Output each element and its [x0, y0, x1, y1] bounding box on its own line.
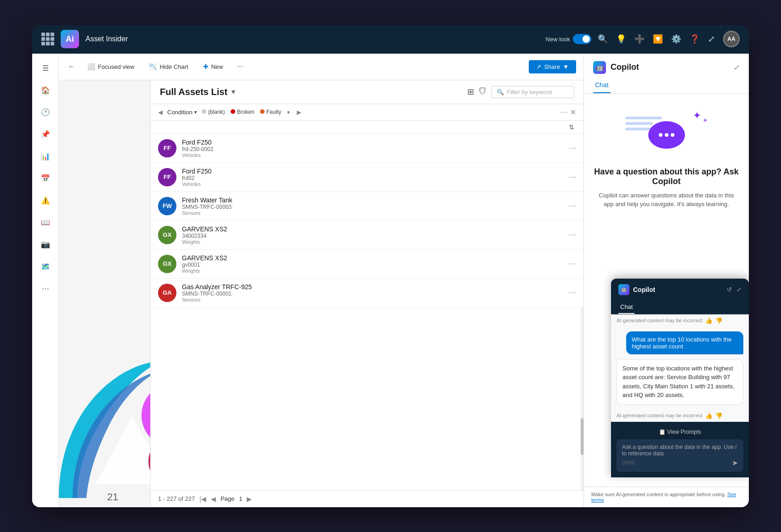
floating-copilot-window: 🤖 Copilot ↺ ⤢ Chat AI-generated content … — [611, 279, 749, 477]
hide-chart-icon: 📉 — [149, 63, 157, 70]
asset-category: Sensors — [182, 210, 563, 216]
asset-id: SMNS-TRFC-00003 — [182, 204, 563, 210]
settings-icon[interactable]: ⚙️ — [671, 34, 681, 44]
sidebar-history-icon[interactable]: 🕐 — [36, 103, 55, 122]
copilot-illustration: ✦ ✦ Have a question about this app? Ask … — [584, 94, 749, 218]
thumbs-down-icon[interactable]: 👎 — [715, 317, 723, 324]
asset-avatar: GA — [158, 284, 176, 302]
filter-icon[interactable]: 🔽 — [653, 34, 663, 44]
asset-list-item[interactable]: GX GARVENS XS2 gv0001 Weights ⋯ — [151, 250, 583, 279]
help-icon[interactable]: ❓ — [690, 34, 700, 44]
asset-more-button[interactable]: ⋯ — [569, 202, 576, 210]
float-input-box: Ask a question about the data in the app… — [617, 439, 743, 472]
sidebar-pin-icon[interactable]: 📌 — [36, 125, 55, 144]
user-message: What are the top 10 locations with the h… — [626, 331, 743, 354]
asset-list-item[interactable]: GA Gas Analyzer TRFC-925 SMNS-TRFC-00001… — [151, 279, 583, 308]
title-dropdown-icon[interactable]: ▼ — [230, 88, 237, 95]
broken-dot[interactable]: Broken — [231, 109, 255, 115]
blank-dot[interactable]: (blank) — [202, 109, 225, 115]
app-logo: Ai — [61, 30, 79, 48]
thumbs-up-2-icon[interactable]: 👍 — [705, 412, 713, 419]
float-char-counter: 0/500 — [622, 460, 635, 465]
copilot-disclaimer: Make sure AI-generated content is approp… — [584, 487, 749, 507]
asset-more-button[interactable]: ⋯ — [569, 259, 576, 268]
sidebar-menu-icon[interactable]: ☰ — [36, 59, 55, 78]
list-filter-icon[interactable]: ⛉ — [479, 87, 487, 97]
asset-info: Gas Analyzer TRFC-925 SMNS-TRFC-00001 Se… — [182, 283, 563, 302]
new-button[interactable]: ✚ New — [198, 60, 228, 73]
more-conditions[interactable]: ● — [287, 109, 290, 115]
sidebar-home-icon[interactable]: 🏠 — [36, 81, 55, 100]
decorative-logo: 21 — [59, 324, 151, 507]
toggle-switch[interactable] — [573, 34, 591, 44]
next-page[interactable]: ▶ — [247, 495, 252, 503]
asset-list-item[interactable]: GX GARVENS XS2 34002334 Weights ⋯ — [151, 221, 583, 250]
float-title: Copilot — [633, 286, 723, 293]
float-tab-chat[interactable]: Chat — [618, 301, 634, 314]
thumbs-down-2-icon[interactable]: 👎 — [715, 412, 723, 419]
float-logo: 🤖 — [618, 284, 629, 295]
condition-dropdown[interactable]: ▾ — [194, 109, 197, 115]
hide-chart-button[interactable]: 📉 Hide Chart — [144, 60, 192, 73]
new-look-toggle[interactable]: New look — [546, 34, 591, 44]
asset-list-item[interactable]: FW Fresh Water Tank SMNS-TRFC-00003 Sens… — [151, 192, 583, 221]
sidebar-calendar-icon[interactable]: 📅 — [36, 169, 55, 188]
asset-avatar: GX — [158, 255, 176, 273]
asset-name: Fresh Water Tank — [182, 196, 563, 204]
float-input-placeholder[interactable]: Ask a question about the data in the app… — [622, 444, 738, 457]
nav-icons: 🔍 💡 ➕ 🔽 ⚙️ ❓ ⤢ AA — [598, 31, 740, 47]
sidebar-map-icon[interactable]: 🗺️ — [36, 258, 55, 276]
columns-icon[interactable]: ⊞ — [467, 87, 474, 97]
copilot-headline: Have a question about this app? Ask Copi… — [593, 167, 740, 186]
asset-name: Gas Analyzer TRFC-925 — [182, 283, 563, 291]
main-area: ☰ 🏠 🕐 📌 📊 📅 ⚠️ 📖 📷 🗺️ ⋯ ← ⬜ Focused view — [32, 54, 749, 507]
new-icon: ✚ — [203, 63, 209, 70]
share-button[interactable]: ↗ Share ▼ — [529, 60, 576, 73]
asset-name: GARVENS XS2 — [182, 254, 563, 262]
copilot-subtext: Copilot can answer questions about the d… — [593, 191, 740, 209]
focused-view-button[interactable]: ⬜ Focused view — [83, 60, 139, 73]
sort-icon[interactable]: ⇅ — [569, 123, 574, 131]
pagination: 1 - 227 of 227 |◀ ◀ Page 1 ▶ — [151, 490, 583, 507]
search-icon[interactable]: 🔍 — [598, 34, 608, 44]
asset-more-button[interactable]: ⋯ — [569, 288, 576, 297]
back-button[interactable]: ← — [66, 61, 77, 73]
asset-list-item[interactable]: FF Ford F250 frd-250-0002 Vehicles ⋯ — [151, 134, 583, 163]
float-ai-note: AI-generated content may be incorrect 👍 … — [611, 314, 749, 327]
expand-icon[interactable]: ⤢ — [708, 34, 715, 44]
asset-list-item[interactable]: FF Ford F250 frd02 Vehicles ⋯ — [151, 163, 583, 192]
condition-prev[interactable]: ◀ — [158, 109, 163, 116]
thumbs-up-icon[interactable]: 👍 — [705, 317, 713, 324]
float-send-button[interactable]: ➤ — [732, 459, 738, 467]
sidebar-chart-icon[interactable]: 📊 — [36, 147, 55, 166]
sidebar-book-icon[interactable]: 📖 — [36, 213, 55, 232]
lightbulb-icon[interactable]: 💡 — [616, 34, 626, 44]
condition-menu[interactable]: ⋯ — [560, 108, 567, 117]
sidebar-more-icon[interactable]: ⋯ — [36, 280, 55, 298]
sidebar-alert-icon[interactable]: ⚠️ — [36, 191, 55, 210]
copilot-expand-button[interactable]: ⤢ — [734, 63, 740, 72]
asset-more-button[interactable]: ⋯ — [569, 144, 576, 152]
float-refresh-icon[interactable]: ↺ — [727, 286, 732, 293]
grid-icon[interactable] — [41, 33, 54, 45]
avatar[interactable]: AA — [723, 31, 740, 47]
more-button[interactable]: ··· — [233, 61, 247, 73]
float-expand-icon[interactable]: ⤢ — [736, 286, 741, 293]
asset-more-button[interactable]: ⋯ — [569, 230, 576, 239]
condition-actions: ⋯ ✕ — [560, 108, 576, 117]
condition-bar: ◀ Condition ▾ (blank) Broken Faulty ● ▶ — [151, 104, 583, 121]
filter-search[interactable]: 🔍 Filter by keyword — [492, 86, 574, 98]
plus-icon[interactable]: ➕ — [634, 34, 645, 44]
condition-close[interactable]: ✕ — [570, 108, 576, 117]
prev-page[interactable]: ◀ — [211, 495, 216, 503]
asset-id: frd-250-0002 — [182, 146, 563, 152]
asset-more-button[interactable]: ⋯ — [569, 173, 576, 181]
copilot-tabs: Chat — [584, 74, 749, 94]
tab-chat[interactable]: Chat — [593, 78, 611, 93]
first-page[interactable]: |◀ — [199, 495, 206, 503]
faulty-dot[interactable]: Faulty — [260, 109, 282, 115]
page-label: Page — [221, 495, 234, 502]
float-view-prompts[interactable]: 📋 View Prompts — [617, 427, 743, 436]
sidebar-scan-icon[interactable]: 📷 — [36, 235, 55, 254]
condition-next[interactable]: ▶ — [297, 109, 301, 116]
